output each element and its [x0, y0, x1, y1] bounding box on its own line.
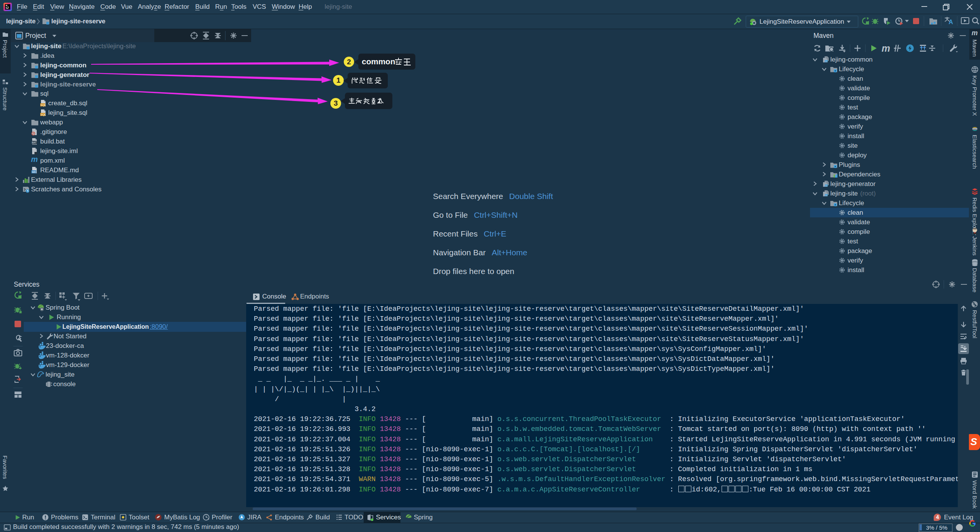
svg-text:m: m	[825, 183, 828, 188]
svg-text:MD: MD	[32, 171, 36, 173]
svg-text:BAT: BAT	[32, 141, 36, 144]
svg-text:m: m	[825, 193, 828, 197]
svg-text:m: m	[825, 59, 828, 63]
